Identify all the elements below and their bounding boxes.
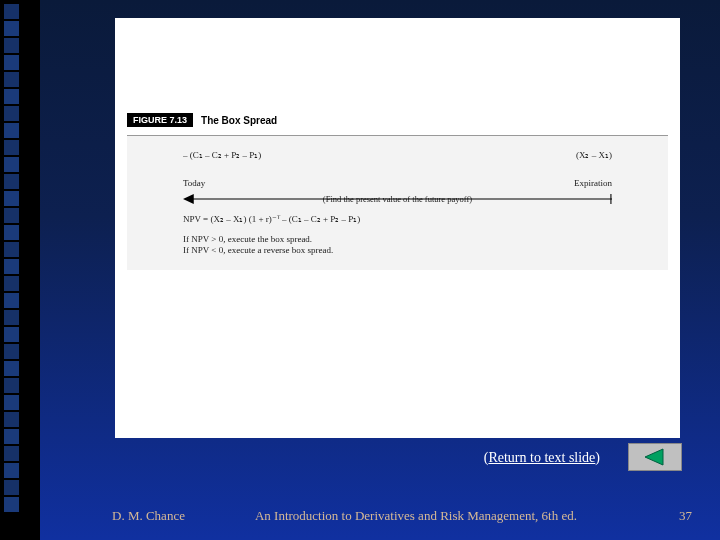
expiration-label: Expiration — [574, 178, 612, 188]
svg-marker-3 — [645, 449, 663, 465]
footer-author: D. M. Chance — [112, 508, 185, 524]
npv-negative-rule: If NPV < 0, execute a reverse box spread… — [183, 245, 612, 255]
slide-footer: D. M. Chance An Introduction to Derivati… — [40, 508, 720, 524]
npv-formula: NPV = (X₂ – X₁) (1 + r)⁻ᵀ – (C₁ – C₂ + P… — [183, 214, 612, 224]
return-link[interactable]: (Return to text slide) — [484, 450, 600, 466]
footer-book-title: An Introduction to Derivatives and Risk … — [255, 508, 577, 524]
return-link-text[interactable]: Return to text slide — [488, 450, 595, 465]
figure-diagram: – (C₁ – C₂ + P₂ – P₁) (X₂ – X₁) Today Ex… — [127, 135, 668, 270]
figure-card: FIGURE 7.13 The Box Spread – (C₁ – C₂ + … — [115, 18, 680, 438]
footer-page-number: 37 — [679, 508, 692, 524]
figure-title: The Box Spread — [201, 115, 277, 126]
initial-outlay-expr: – (C₁ – C₂ + P₂ – P₁) — [183, 150, 261, 160]
npv-positive-rule: If NPV > 0, execute the box spread. — [183, 234, 612, 244]
back-button[interactable] — [628, 443, 682, 471]
svg-marker-1 — [183, 194, 194, 204]
return-link-paren-close: ) — [595, 450, 600, 465]
slide-body: FIGURE 7.13 The Box Spread – (C₁ – C₂ + … — [40, 0, 720, 540]
today-label: Today — [183, 178, 205, 188]
timeline-arrow — [183, 192, 612, 206]
figure-badge: FIGURE 7.13 — [127, 113, 193, 127]
left-decor-strip — [0, 0, 34, 540]
payoff-expr: (X₂ – X₁) — [576, 150, 612, 160]
triangle-left-icon — [641, 448, 669, 466]
